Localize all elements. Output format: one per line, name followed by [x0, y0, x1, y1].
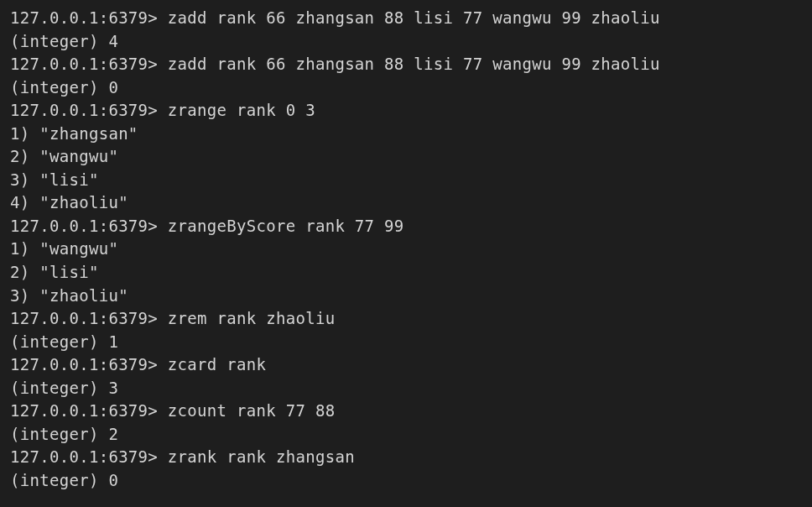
terminal-output: 3) "lisi": [10, 170, 99, 189]
terminal-command: zadd rank 66 zhangsan 88 lisi 77 wangwu …: [168, 8, 660, 27]
terminal-prompt: 127.0.0.1:6379>: [10, 8, 168, 27]
terminal-command: zcount rank 77 88: [168, 401, 336, 420]
terminal-line: 127.0.0.1:6379> zrank rank zhangsan: [10, 446, 802, 469]
terminal-line: 127.0.0.1:6379> zcard rank: [10, 353, 802, 377]
terminal-prompt: 127.0.0.1:6379>: [10, 401, 168, 420]
terminal-line: 2) "wangwu": [10, 145, 802, 169]
terminal-prompt: 127.0.0.1:6379>: [10, 217, 168, 235]
terminal-line: 127.0.0.1:6379> zrangeByScore rank 77 99: [10, 215, 802, 238]
terminal-output: 3) "zhaoliu": [10, 286, 128, 305]
terminal-line: 1) "wangwu": [10, 238, 802, 261]
terminal-output: 2) "wangwu": [10, 147, 118, 165]
terminal-output: (integer) 0: [10, 78, 118, 97]
terminal-output: 4) "zhaoliu": [10, 193, 128, 212]
terminal-line: 2) "lisi": [10, 261, 802, 285]
terminal-prompt: 127.0.0.1:6379>: [10, 101, 168, 119]
terminal-output: (integer) 4: [10, 32, 118, 50]
terminal-command: zrank rank zhangsan: [168, 447, 355, 466]
terminal-line: (integer) 0: [10, 469, 802, 493]
terminal-output: 1) "zhangsan": [10, 124, 138, 143]
terminal-output: 2) "lisi": [10, 263, 99, 281]
terminal-command: zcard rank: [168, 355, 266, 374]
terminal-line: (integer) 0: [10, 76, 802, 100]
terminal-line: 127.0.0.1:6379> zadd rank 66 zhangsan 88…: [10, 53, 802, 76]
terminal-output: (integer) 3: [10, 379, 118, 397]
terminal-line: (integer) 2: [10, 423, 802, 447]
terminal-line: (integer) 1: [10, 331, 802, 354]
terminal-output: (integer) 0: [10, 471, 118, 489]
terminal-window[interactable]: 127.0.0.1:6379> zadd rank 66 zhangsan 88…: [10, 7, 802, 492]
terminal-prompt: 127.0.0.1:6379>: [10, 55, 168, 73]
terminal-line: 127.0.0.1:6379> zadd rank 66 zhangsan 88…: [10, 7, 802, 30]
terminal-output: 1) "wangwu": [10, 239, 118, 258]
terminal-line: (integer) 4: [10, 30, 802, 54]
terminal-prompt: 127.0.0.1:6379>: [10, 355, 168, 374]
terminal-line: (integer) 3: [10, 377, 802, 400]
terminal-prompt: 127.0.0.1:6379>: [10, 447, 168, 466]
terminal-line: 3) "zhaoliu": [10, 285, 802, 308]
terminal-prompt: 127.0.0.1:6379>: [10, 309, 168, 327]
terminal-line: 127.0.0.1:6379> zrange rank 0 3: [10, 99, 802, 123]
terminal-line: 127.0.0.1:6379> zrem rank zhaoliu: [10, 307, 802, 331]
terminal-output: (integer) 2: [10, 425, 118, 443]
terminal-output: (integer) 1: [10, 332, 118, 351]
terminal-line: 3) "lisi": [10, 169, 802, 192]
terminal-line: 127.0.0.1:6379> zcount rank 77 88: [10, 400, 802, 423]
terminal-line: 4) "zhaoliu": [10, 191, 802, 215]
terminal-command: zrem rank zhaoliu: [168, 309, 336, 327]
terminal-line: 1) "zhangsan": [10, 123, 802, 146]
terminal-command: zrangeByScore rank 77 99: [168, 217, 404, 235]
terminal-command: zadd rank 66 zhangsan 88 lisi 77 wangwu …: [168, 55, 660, 73]
terminal-command: zrange rank 0 3: [168, 101, 315, 119]
